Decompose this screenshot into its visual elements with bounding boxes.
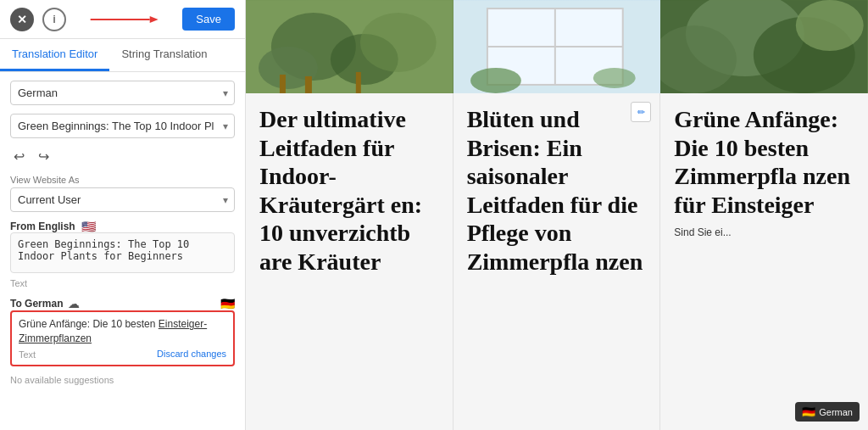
article-col-2: ✏ Blüten und Brisen: Ein saisonaler Leit… bbox=[453, 93, 661, 430]
right-panel: Der ultimative Leitfaden für Indoor-Kräu… bbox=[246, 0, 868, 430]
to-german-header: To German ☁ 🇩🇪 bbox=[10, 297, 235, 310]
undo-redo-controls: ↩ ↪ bbox=[10, 147, 235, 166]
info-button[interactable]: i bbox=[42, 8, 66, 31]
edit-icon-badge[interactable]: ✏ bbox=[631, 102, 651, 122]
article-title-1: Der ultimative Leitfaden für Indoor-Kräu… bbox=[259, 105, 439, 276]
german-language-badge: 🇩🇪 German bbox=[795, 402, 860, 422]
svg-marker-1 bbox=[150, 16, 159, 23]
view-as-select[interactable]: Current User Visitor bbox=[10, 187, 235, 212]
underlined-text: Einsteiger-Zimmerpflanzen bbox=[19, 318, 207, 344]
german-badge-flag: 🇩🇪 bbox=[802, 405, 815, 418]
view-website-as-field: View Website As Current User Visitor bbox=[10, 175, 235, 212]
cloud-icon[interactable]: ☁ bbox=[68, 297, 80, 310]
to-german-field-type: Text bbox=[19, 349, 36, 360]
window-illustration bbox=[453, 0, 661, 93]
german-badge-label: German bbox=[819, 407, 853, 417]
svg-rect-8 bbox=[356, 72, 361, 93]
from-english-section: From English 🇺🇸 Green Beginnings: The To… bbox=[10, 221, 235, 288]
post-field: Green Beginnings: The Top 10 Indoor Plan… bbox=[10, 114, 235, 138]
panel-body: German French Spanish Green Beginnings: … bbox=[0, 72, 245, 430]
svg-rect-9 bbox=[280, 75, 286, 93]
save-button[interactable]: Save bbox=[182, 8, 235, 31]
de-flag-icon: 🇩🇪 bbox=[220, 297, 235, 310]
redo-button[interactable]: ↪ bbox=[35, 147, 53, 166]
view-website-as-label: View Website As bbox=[10, 175, 235, 185]
article-body-3: Sind Sie ei... bbox=[674, 226, 854, 240]
to-german-bottom: Text Discard changes bbox=[19, 348, 226, 360]
article-title-3: Grüne Anfänge: Die 10 besten Zimmerpfla … bbox=[674, 105, 854, 219]
from-english-header: From English 🇺🇸 bbox=[10, 221, 235, 232]
from-english-field-type: Text bbox=[10, 278, 235, 288]
to-german-box: Grüne Anfänge: Die 10 besten Einsteiger-… bbox=[10, 310, 235, 366]
no-suggestions-text: No available suggestions bbox=[10, 375, 235, 385]
from-english-textarea[interactable]: Green Beginnings: The Top 10 Indoor Plan… bbox=[10, 232, 235, 273]
image-strip bbox=[246, 0, 868, 93]
to-german-label: To German bbox=[10, 298, 63, 310]
arrow-decoration bbox=[75, 13, 174, 26]
discard-changes-link[interactable]: Discard changes bbox=[157, 349, 226, 359]
language-select[interactable]: German French Spanish bbox=[10, 81, 235, 105]
svg-point-14 bbox=[470, 68, 521, 93]
left-panel: ✕ i Save Translation Editor String Trans… bbox=[0, 0, 246, 430]
language-field: German French Spanish bbox=[10, 81, 235, 105]
article-col-3: Grüne Anfänge: Die 10 besten Zimmerpfla … bbox=[660, 93, 868, 430]
svg-point-15 bbox=[593, 68, 635, 88]
image-window bbox=[453, 0, 661, 93]
tabs-bar: Translation Editor String Translation bbox=[0, 39, 245, 72]
from-english-label: From English bbox=[10, 221, 75, 232]
to-german-section: To German ☁ 🇩🇪 Grüne Anfänge: Die 10 bes… bbox=[10, 297, 235, 366]
top-bar: ✕ i Save bbox=[0, 0, 245, 39]
close-button[interactable]: ✕ bbox=[10, 8, 34, 31]
image-leaves bbox=[660, 0, 868, 93]
post-select[interactable]: Green Beginnings: The Top 10 Indoor Plan… bbox=[10, 114, 235, 138]
plants-illustration bbox=[246, 0, 453, 93]
content-area: Der ultimative Leitfaden für Indoor-Kräu… bbox=[246, 93, 868, 430]
to-german-text: Grüne Anfänge: Die 10 besten Einsteiger-… bbox=[19, 317, 226, 346]
tab-translation-editor[interactable]: Translation Editor bbox=[0, 39, 109, 71]
undo-button[interactable]: ↩ bbox=[10, 147, 28, 166]
svg-point-20 bbox=[796, 0, 864, 51]
article-title-2: Blüten und Brisen: Ein saisonaler Leitfa… bbox=[467, 105, 647, 276]
tab-string-translation[interactable]: String Translation bbox=[109, 39, 219, 71]
svg-rect-7 bbox=[305, 76, 312, 93]
image-plants bbox=[246, 0, 453, 93]
svg-point-6 bbox=[360, 13, 437, 72]
article-col-1: Der ultimative Leitfaden für Indoor-Kräu… bbox=[246, 93, 453, 430]
leaves-illustration bbox=[660, 0, 868, 93]
us-flag-icon: 🇺🇸 bbox=[81, 221, 97, 232]
